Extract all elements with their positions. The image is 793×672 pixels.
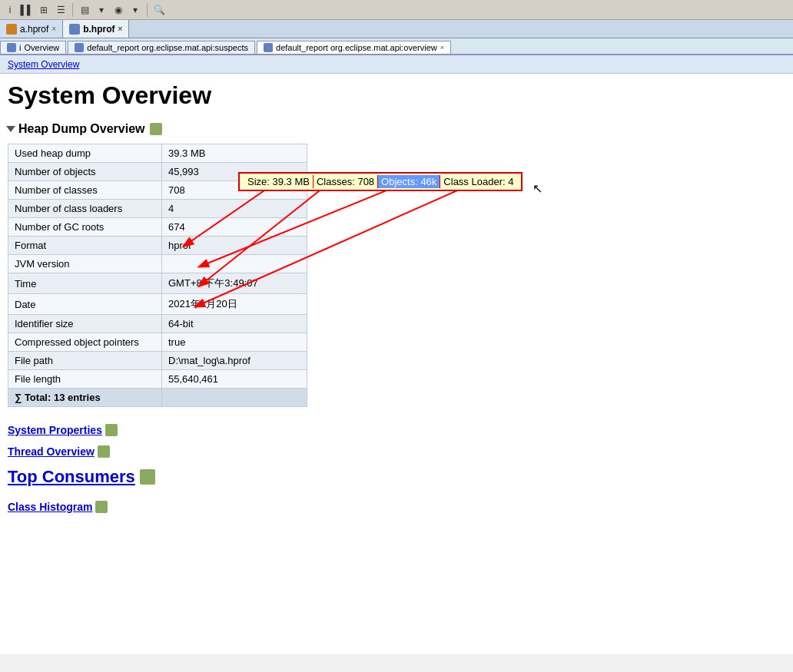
tooltip-size: Size: 39.3 MB <box>244 175 314 188</box>
row-value: 4 <box>162 200 307 218</box>
breadcrumb-bar: System Overview <box>0 55 793 74</box>
system-properties-link[interactable]: System Properties <box>8 424 102 436</box>
row-label: File length <box>8 370 162 389</box>
list-icon[interactable]: ☰ <box>54 3 68 17</box>
cursor-indicator: ↖ <box>533 181 542 196</box>
row-value: GMT+8 下午3:49:07 <box>162 273 307 294</box>
row-value: 2021年1月20日 <box>162 294 307 315</box>
thread-overview-link[interactable]: Thread Overview <box>8 445 95 458</box>
table-row: Identifier size 64-bit <box>8 315 307 333</box>
tab-overview-report-label: default_report org.eclipse.mat.api:overv… <box>276 43 437 52</box>
tab-overview-report-icon <box>264 43 273 52</box>
breadcrumb-text: System Overview <box>8 59 79 70</box>
row-label: Number of objects <box>8 163 162 181</box>
class-histogram-section: Class Histogram <box>0 492 793 518</box>
class-histogram-link[interactable]: Class Histogram <box>8 501 92 513</box>
row-value: hprof <box>162 237 307 255</box>
row-label: Number of GC roots <box>8 218 162 237</box>
heap-dump-header: Heap Dump Overview <box>0 118 793 141</box>
table-row: Compressed object pointers true <box>8 333 307 352</box>
tab-overview-report[interactable]: default_report org.eclipse.mat.api:overv… <box>257 41 451 54</box>
table-row: File path D:\mat_log\a.hprof <box>8 352 307 370</box>
row-label: Number of classes <box>8 181 162 200</box>
tab-overview-label: i <box>19 43 21 52</box>
thread-overview-section: Thread Overview <box>0 441 793 462</box>
tab-overview-text: Overview <box>24 43 59 52</box>
top-consumers-section: Top Consumers <box>0 462 793 492</box>
table-row: Used heap dump 39.3 MB <box>8 144 307 163</box>
row-label: Used heap dump <box>8 144 162 163</box>
collapse-triangle-icon[interactable] <box>6 126 15 132</box>
tab-overview-icon <box>7 43 16 52</box>
table-row: Time GMT+8 下午3:49:07 <box>8 273 307 294</box>
thread-overview-icon[interactable] <box>98 445 110 458</box>
row-value <box>162 255 307 273</box>
row-label: Time <box>8 273 162 294</box>
row-label: File path <box>8 352 162 370</box>
file-tab-b-close[interactable]: × <box>118 25 123 33</box>
row-label: Number of class loaders <box>8 200 162 218</box>
row-value: 39.3 MB <box>162 144 307 163</box>
file-tab-a-hprof[interactable]: a.hprof × <box>0 20 63 38</box>
heap-dump-section: Heap Dump Overview Used heap dump 39.3 M… <box>0 118 793 407</box>
system-properties-section: System Properties <box>0 419 793 441</box>
tooltip-classloader: Class Loader: 4 <box>440 175 516 188</box>
search-icon[interactable]: 🔍 <box>152 3 166 17</box>
page-title: System Overview <box>0 74 793 118</box>
row-value: 55,640,461 <box>162 370 307 389</box>
info-icon[interactable]: i <box>3 3 17 17</box>
toolbar: i ▌▌ ⊞ ☰ ▤ ▾ ◉ ▾ 🔍 <box>0 0 793 20</box>
file-tab-b-label: b.hprof <box>83 24 114 35</box>
separator-1 <box>72 3 73 17</box>
row-label: Format <box>8 237 162 255</box>
row-label: Date <box>8 294 162 315</box>
file-tab-a-close[interactable]: × <box>51 25 56 33</box>
view-tabs: i Overview default_report org.eclipse.ma… <box>0 38 793 55</box>
row-value: 674 <box>162 218 307 237</box>
file-tabs: a.hprof × b.hprof × <box>0 20 793 38</box>
table-row: Format hprof <box>8 237 307 255</box>
row-label: Compressed object pointers <box>8 333 162 352</box>
table-row: Number of GC roots 674 <box>8 218 307 237</box>
dropdown2-icon[interactable]: ▾ <box>128 3 142 17</box>
tab-suspects-icon <box>75 43 84 52</box>
tab-overview[interactable]: i Overview <box>0 41 66 54</box>
report-icon[interactable]: ◉ <box>111 3 125 17</box>
top-consumers-link[interactable]: Top Consumers <box>8 467 135 487</box>
system-properties-icon[interactable] <box>105 424 118 436</box>
tooltip-popup: Size: 39.3 MB Classes: 708 Objects: 46k … <box>238 172 523 191</box>
separator-2 <box>147 3 148 17</box>
table-row: JVM version <box>8 255 307 273</box>
breadcrumb-link[interactable]: System Overview <box>8 59 79 70</box>
tooltip-classes: Classes: 708 <box>314 175 378 188</box>
total-label: ∑ Total: 13 entries <box>8 389 162 407</box>
row-value: true <box>162 333 307 352</box>
top-consumers-icon[interactable] <box>140 469 155 485</box>
row-value: D:\mat_log\a.hprof <box>162 352 307 370</box>
table-row: Date 2021年1月20日 <box>8 294 307 315</box>
grid-icon[interactable]: ⊞ <box>37 3 51 17</box>
tab-overview-report-close[interactable]: × <box>440 44 444 51</box>
heap-dump-link-icon[interactable] <box>150 123 162 135</box>
content-area: System Overview System Overview Heap Dum… <box>0 55 793 654</box>
heap-dump-title: Heap Dump Overview <box>18 122 145 136</box>
table-row: File length 55,640,461 <box>8 370 307 389</box>
file-tab-a-icon <box>6 24 17 35</box>
file-tab-b-icon <box>69 24 80 35</box>
table-row: Number of class loaders 4 <box>8 200 307 218</box>
total-value <box>162 389 307 407</box>
dropdown-icon[interactable]: ▾ <box>95 3 108 17</box>
tooltip-objects: Objects: 46k <box>378 175 440 188</box>
bar-chart-icon[interactable]: ▌▌ <box>20 3 34 17</box>
file-tab-b-hprof[interactable]: b.hprof × <box>63 20 129 38</box>
layout-icon[interactable]: ▤ <box>78 3 91 17</box>
row-label: Identifier size <box>8 315 162 333</box>
row-value: 64-bit <box>162 315 307 333</box>
tab-suspects[interactable]: default_report org.eclipse.mat.api:suspe… <box>68 41 255 54</box>
file-tab-a-label: a.hprof <box>20 24 48 35</box>
total-row: ∑ Total: 13 entries <box>8 389 307 407</box>
class-histogram-icon[interactable] <box>95 501 108 513</box>
tab-suspects-label: default_report org.eclipse.mat.api:suspe… <box>87 43 248 52</box>
row-label: JVM version <box>8 255 162 273</box>
